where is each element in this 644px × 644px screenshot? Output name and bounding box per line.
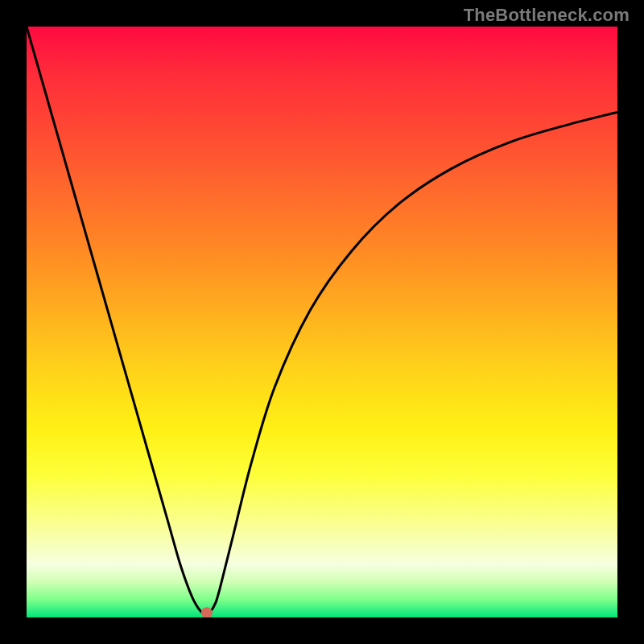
plot-area — [27, 27, 617, 617]
bottleneck-curve — [27, 27, 617, 614]
watermark-text: TheBottleneck.com — [464, 5, 630, 26]
optimum-marker — [201, 607, 213, 617]
curve-layer — [27, 27, 617, 617]
chart-frame: TheBottleneck.com — [0, 0, 644, 644]
